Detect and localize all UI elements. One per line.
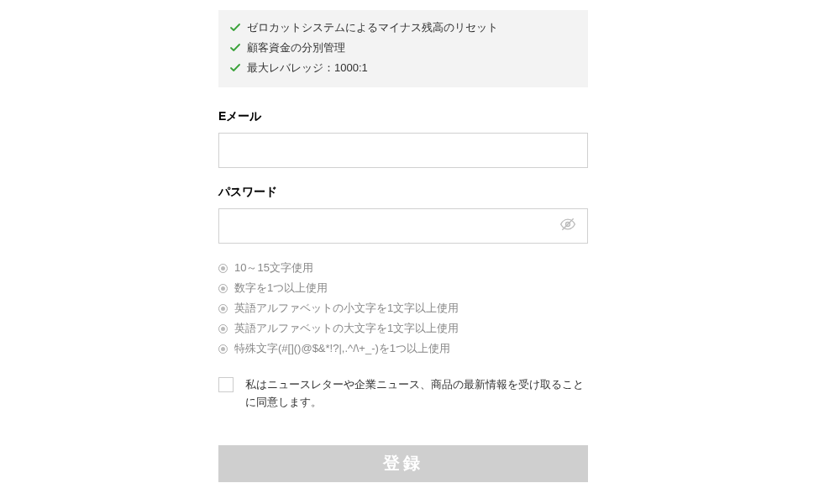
requirement-item: 10～15文字使用: [218, 260, 588, 276]
requirement-item: 英語アルファベットの大文字を1文字以上使用: [218, 321, 588, 336]
email-field-group: Eメール: [218, 109, 588, 168]
register-button[interactable]: 登録: [218, 445, 588, 482]
feature-item: 顧客資金の分別管理: [230, 40, 576, 55]
requirement-text: 英語アルファベットの大文字を1文字以上使用: [234, 321, 459, 336]
password-label: パスワード: [218, 185, 588, 200]
password-input[interactable]: [218, 208, 588, 244]
requirement-text: 特殊文字(#[]()@$&*!?|,.^/\+_-)を1つ以上使用: [234, 341, 450, 356]
email-input[interactable]: [218, 133, 588, 168]
email-label: Eメール: [218, 109, 588, 124]
requirement-text: 数字を1つ以上使用: [234, 281, 328, 296]
requirement-indicator-icon: [218, 264, 228, 273]
consent-text: 私はニュースレターや企業ニュース、商品の最新情報を受け取ることに同意します。: [245, 376, 588, 412]
requirement-item: 英語アルファベットの小文字を1文字以上使用: [218, 301, 588, 316]
password-field-group: パスワード: [218, 185, 588, 244]
feature-item: 最大レバレッジ：1000:1: [230, 60, 576, 76]
toggle-password-visibility-icon[interactable]: [559, 216, 576, 236]
password-requirements: 10～15文字使用 数字を1つ以上使用 英語アルファベットの小文字を1文字以上使…: [218, 260, 588, 356]
check-icon: [230, 63, 240, 73]
requirement-item: 特殊文字(#[]()@$&*!?|,.^/\+_-)を1つ以上使用: [218, 341, 588, 356]
requirement-indicator-icon: [218, 284, 228, 293]
feature-text: ゼロカットシステムによるマイナス残高のリセット: [247, 20, 498, 35]
feature-text: 顧客資金の分別管理: [247, 40, 345, 55]
requirement-indicator-icon: [218, 304, 228, 313]
requirement-indicator-icon: [218, 324, 228, 333]
feature-text: 最大レバレッジ：1000:1: [247, 60, 368, 76]
feature-item: ゼロカットシステムによるマイナス残高のリセット: [230, 20, 576, 35]
newsletter-consent-checkbox[interactable]: [218, 377, 234, 392]
consent-row: 私はニュースレターや企業ニュース、商品の最新情報を受け取ることに同意します。: [218, 376, 588, 412]
requirement-text: 英語アルファベットの小文字を1文字以上使用: [234, 301, 459, 316]
requirement-item: 数字を1つ以上使用: [218, 281, 588, 296]
check-icon: [230, 23, 240, 33]
requirement-text: 10～15文字使用: [234, 260, 313, 276]
requirement-indicator-icon: [218, 344, 228, 354]
check-icon: [230, 43, 240, 53]
features-box: ゼロカットシステムによるマイナス残高のリセット 顧客資金の分別管理 最大レバレッ…: [218, 10, 588, 87]
